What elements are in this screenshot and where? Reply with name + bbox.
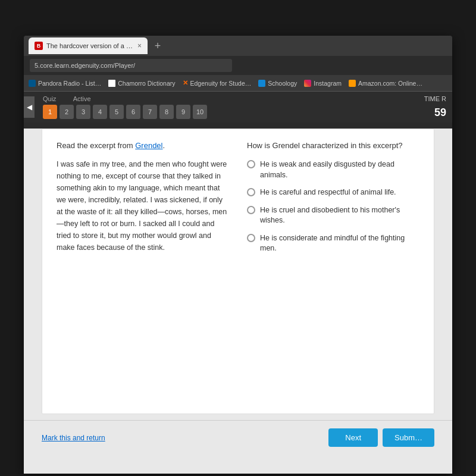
bookmark-pandora[interactable]: Pandora Radio - List… [29,80,101,87]
answer-option-b[interactable]: He is careful and respectful of animal l… [247,187,419,198]
page-2-button[interactable]: 2 [60,105,74,119]
bookmark-chamorro-label: Chamorro Dictionary [118,80,175,87]
bookmark-pandora-label: Pandora Radio - List… [38,80,101,87]
radio-c[interactable] [247,206,255,214]
page-3-button[interactable]: 3 [76,105,90,119]
instagram-icon [304,80,311,87]
page-numbers: 1 2 3 4 5 6 7 8 9 10 [43,105,207,119]
bookmark-instagram-label: Instagram [314,80,342,87]
bookmark-chamorro[interactable]: Chamorro Dictionary [108,80,175,87]
passage-column: Read the excerpt from Grendel. I was saf… [57,141,229,261]
tab-bar: B The hardcover version of a boo × + [24,36,452,56]
edgenuity-icon: ✕ [183,79,188,87]
page-6-button[interactable]: 6 [126,105,140,119]
active-tab[interactable]: B The hardcover version of a boo × [29,37,148,54]
pandora-icon [29,80,36,87]
bookmark-edgenuity[interactable]: ✕ Edgenuity for Stude… [183,79,252,87]
answer-option-a[interactable]: He is weak and easily disgusted by dead … [247,159,419,180]
new-tab-button[interactable]: + [150,38,165,54]
option-a-text: He is weak and easily disgusted by dead … [260,159,419,180]
bookmark-edgenuity-label: Edgenuity for Stude… [190,80,252,87]
page-1-button[interactable]: 1 [43,105,57,119]
browser-window: B The hardcover version of a boo × + Pan… [24,36,452,474]
active-label: Active [73,95,91,102]
bookmarks-bar: Pandora Radio - List… Chamorro Dictionar… [24,75,452,92]
tab-favicon: B [35,42,43,50]
submit-button[interactable]: Subm… [383,428,434,447]
quiz-card: Read the excerpt from Grendel. I was saf… [42,129,434,414]
radio-a[interactable] [247,160,255,168]
bookmark-amazon-label: Amazon.com: Online… [358,80,422,87]
radio-d[interactable] [247,234,255,242]
passage-instruction: Read the excerpt from Grendel. [57,141,229,150]
quiz-nav-bar: ◀ Quiz Active 1 2 3 4 5 6 7 8 9 10 [24,92,452,123]
bookmark-schoology-label: Schoology [268,80,297,87]
bottom-bar: Mark this and return Next Subm… [24,420,452,455]
left-nav-arrow[interactable]: ◀ [24,96,35,118]
bookmark-amazon[interactable]: Amazon.com: Online… [349,80,422,87]
next-button[interactable]: Next [328,428,378,447]
option-d-text: He is considerate and mindful of the fig… [260,233,419,254]
address-input[interactable] [30,59,232,72]
book-title-link[interactable]: Grendel [135,141,162,150]
mark-return-link[interactable]: Mark this and return [42,434,105,442]
question-text: How is Grendel characterized in this exc… [247,141,419,150]
chamorro-icon [108,80,115,87]
bookmark-schoology[interactable]: Schoology [258,80,297,87]
option-b-text: He is careful and respectful of animal l… [260,187,396,198]
passage-text: I was safe in my tree, and the men who f… [57,158,229,253]
main-content: Read the excerpt from Grendel. I was saf… [24,129,452,474]
page-7-button[interactable]: 7 [143,105,157,119]
amazon-icon [349,80,356,87]
schoology-icon [258,80,265,87]
answer-option-c[interactable]: He is cruel and disobedient to his mothe… [247,205,419,226]
page-5-button[interactable]: 5 [109,105,124,119]
address-bar [24,56,452,75]
time-remaining-label: TIME R [424,95,446,102]
question-column: How is Grendel characterized in this exc… [247,141,419,261]
page-4-button[interactable]: 4 [93,105,107,119]
tab-label: The hardcover version of a boo [46,42,134,49]
answer-option-d[interactable]: He is considerate and mindful of the fig… [247,233,419,254]
radio-b[interactable] [247,188,255,196]
button-group: Next Subm… [328,428,434,447]
time-remaining-value: 59 [434,107,446,119]
bookmark-instagram[interactable]: Instagram [304,80,342,87]
page-8-button[interactable]: 8 [159,105,174,119]
page-10-button[interactable]: 10 [193,105,207,119]
quiz-label: Quiz [43,95,57,102]
tab-close-button[interactable]: × [137,42,142,50]
page-9-button[interactable]: 9 [176,105,190,119]
option-c-text: He is cruel and disobedient to his mothe… [260,205,419,226]
